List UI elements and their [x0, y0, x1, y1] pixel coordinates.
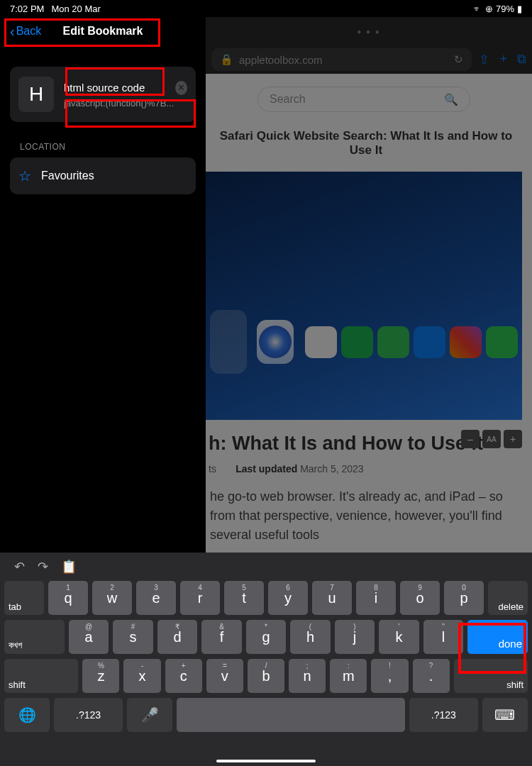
key-r[interactable]: 4r [180, 581, 220, 615]
key-hide-keyboard[interactable]: ⌨ [482, 698, 528, 732]
wifi-icon: ᯤ [473, 4, 482, 14]
key-delete[interactable]: delete [488, 581, 528, 615]
key-z[interactable]: %z [82, 659, 119, 693]
onscreen-keyboard: ↶ ↷ 📋 tab1q2w3e4r5t6y7u8i9o0pdelete কখগ@… [0, 553, 532, 766]
key-space[interactable] [177, 698, 405, 732]
key-d[interactable]: ₹d [157, 620, 198, 654]
back-button[interactable]: ‹ Back [10, 23, 41, 40]
key-.[interactable]: ?. [413, 659, 450, 693]
key-n[interactable]: ;n [289, 659, 326, 693]
article-meta: ts Last updated March 5, 2023 [206, 459, 522, 487]
spotify-app-icon [341, 326, 373, 358]
battery-percent: 79% [496, 4, 514, 14]
key-u[interactable]: 7u [312, 581, 352, 615]
refresh-icon[interactable]: ↻ [454, 53, 463, 66]
messages-app-icon [377, 326, 409, 358]
mail-app-icon [414, 326, 445, 358]
facetime-app-icon [486, 326, 518, 358]
share-icon[interactable]: ⇧ [479, 52, 489, 67]
status-time: 7:02 PM [10, 4, 44, 14]
key-,[interactable]: !, [371, 659, 408, 693]
key-q[interactable]: 1q [48, 581, 88, 615]
key-l[interactable]: "l [423, 620, 464, 654]
location-value: Favourites [41, 170, 94, 182]
key-s[interactable]: #s [113, 620, 153, 654]
key-y[interactable]: 6y [268, 581, 308, 615]
key-p[interactable]: 0p [444, 581, 484, 615]
key-v[interactable]: =v [206, 659, 243, 693]
undo-button[interactable]: ↶ [14, 559, 25, 574]
bookmark-favicon: H [18, 77, 54, 112]
redo-button[interactable]: ↷ [38, 559, 48, 574]
new-tab-icon[interactable]: + [499, 52, 507, 67]
key-lang[interactable]: কখগ [4, 620, 65, 654]
key-o[interactable]: 9o [400, 581, 440, 615]
lock-icon: 🔒 [220, 53, 233, 66]
key-a[interactable]: @a [69, 620, 109, 654]
window-dots-icon[interactable]: ● ● ● [357, 28, 381, 35]
key-mic[interactable]: 🎤 [127, 698, 172, 732]
key-i[interactable]: 8i [356, 581, 396, 615]
key-numsym-right[interactable]: .?123 [409, 698, 478, 732]
key-shift-right[interactable]: shift [454, 659, 528, 693]
key-shift-left[interactable]: shift [4, 659, 78, 693]
dock-bg-panel [210, 310, 247, 374]
chevron-left-icon: ‹ [10, 23, 15, 40]
key-j[interactable]: )j [335, 620, 375, 654]
article-body: he go-to web browser. It's already ac, a… [206, 487, 522, 545]
key-tab[interactable]: tab [4, 581, 44, 615]
battery-icon: ▮ [517, 4, 522, 14]
search-placeholder: Search [270, 93, 306, 106]
key-done[interactable]: done [467, 620, 528, 654]
photos-app-icon [450, 326, 482, 358]
key-x[interactable]: -x [123, 659, 160, 693]
safari-app-icon [257, 320, 294, 364]
key-t[interactable]: 5t [224, 581, 264, 615]
location-row[interactable]: ☆ Favourites [10, 157, 196, 194]
clipboard-button[interactable]: 📋 [61, 559, 77, 574]
key-numsym-left[interactable]: .?123 [54, 698, 123, 732]
key-b[interactable]: /b [248, 659, 284, 693]
key-globe[interactable]: 🌐 [4, 698, 50, 732]
key-h[interactable]: (h [290, 620, 331, 654]
key-k[interactable]: 'k [379, 620, 419, 654]
article-link-title[interactable]: Safari Quick Website Search: What It Is … [206, 129, 522, 157]
key-e[interactable]: 3e [136, 581, 176, 615]
clear-name-button[interactable]: ✕ [175, 81, 187, 95]
star-icon: ☆ [18, 167, 31, 184]
site-search-input[interactable]: Search 🔍 [257, 87, 470, 112]
orientation-lock-icon: ⊕ [485, 4, 493, 14]
back-label: Back [16, 25, 42, 38]
key-c[interactable]: +c [165, 659, 202, 693]
home-indicator[interactable] [216, 760, 316, 762]
location-section-label: LOCATION [10, 142, 196, 152]
key-g[interactable]: *g [246, 620, 287, 654]
key-w[interactable]: 2w [92, 581, 132, 615]
text-larger-button[interactable]: + [504, 430, 522, 448]
page-title: Edit Bookmark [63, 25, 143, 38]
bookmark-name-input[interactable] [64, 82, 170, 94]
address-bar[interactable]: 🔒 appletoolbox.com ↻ [211, 48, 472, 71]
tabs-icon[interactable]: ⧉ [517, 52, 526, 67]
status-date: Mon 20 Mar [51, 4, 100, 14]
text-smaller-button[interactable]: – [461, 430, 480, 448]
key-m[interactable]: :m [330, 659, 367, 693]
search-icon: 🔍 [444, 93, 458, 106]
url-text: appletoolbox.com [239, 54, 323, 66]
chrome-app-icon [305, 326, 337, 358]
key-f[interactable]: &f [201, 620, 242, 654]
bookmark-edit-card: H ✕ [10, 67, 196, 122]
text-size-button[interactable]: AA [482, 430, 501, 448]
article-hero-image [206, 172, 522, 420]
bookmark-url-input[interactable] [64, 98, 187, 109]
